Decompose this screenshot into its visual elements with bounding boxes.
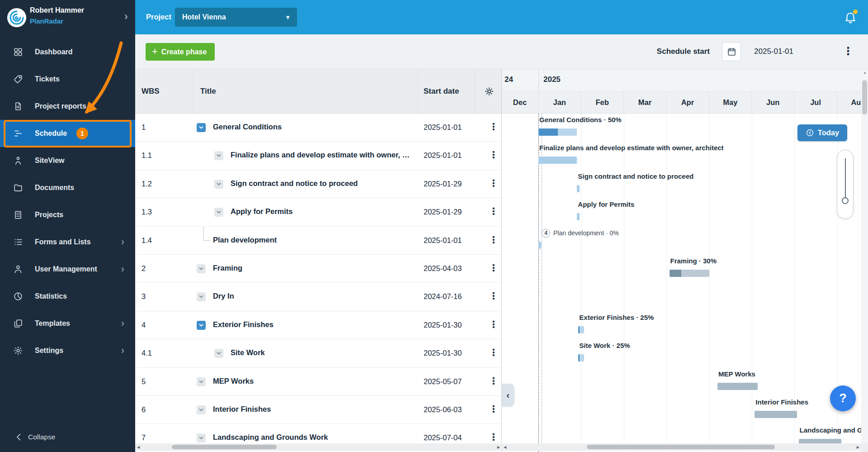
row-menu-icon[interactable]: ⋮ <box>489 347 498 358</box>
scroll-left-icon[interactable]: ◀ <box>504 445 506 449</box>
sidebar-item-forms-and-lists[interactable]: Forms and Lists› <box>0 228 135 256</box>
scroll-right-icon[interactable]: ▶ <box>497 445 500 449</box>
notification-bell-icon[interactable] <box>844 10 857 24</box>
expand-toggle-icon[interactable] <box>197 405 206 414</box>
gantt-bar[interactable] <box>577 185 580 192</box>
toolbar-menu-icon[interactable]: ⋮ <box>843 45 854 57</box>
gantt-bar[interactable] <box>755 411 797 418</box>
column-header-title[interactable]: Title <box>200 87 216 96</box>
table-row[interactable]: 1.1Finalize plans and develop estimate w… <box>135 142 501 170</box>
table-row[interactable]: 4.1Site Work2025-01-30⋮ <box>135 339 501 367</box>
expand-toggle-icon[interactable] <box>197 292 206 301</box>
row-menu-icon[interactable]: ⋮ <box>489 262 498 273</box>
sidebar-item-label: Templates <box>35 319 70 328</box>
today-button[interactable]: Today <box>797 124 847 141</box>
table-scrollbar-thumb[interactable] <box>172 445 277 449</box>
sidebar-item-settings[interactable]: Settings› <box>0 337 135 364</box>
row-menu-icon[interactable]: ⋮ <box>489 149 498 160</box>
table-body: 1General Conditions2025-01-01⋮1.1Finaliz… <box>135 114 501 452</box>
row-menu-icon[interactable]: ⋮ <box>489 206 498 217</box>
sidebar-item-project-reports[interactable]: Project reports <box>0 93 135 120</box>
row-menu-icon[interactable]: ⋮ <box>489 404 498 414</box>
table-horizontal-scrollbar[interactable]: ◀ ▶ <box>135 443 502 451</box>
gantt-bar[interactable] <box>578 326 584 333</box>
gantt-bar-progress <box>538 128 558 136</box>
collapse-gantt-panel-button[interactable]: ‹ <box>502 384 514 406</box>
gantt-bar[interactable] <box>717 383 758 390</box>
expand-toggle-icon[interactable] <box>214 349 223 358</box>
sidebar-item-schedule[interactable]: Schedule1 <box>0 120 135 147</box>
help-button[interactable]: ? <box>830 385 856 411</box>
wbs-cell: 5 <box>142 377 146 386</box>
zoom-slider-handle[interactable] <box>842 197 849 204</box>
row-menu-icon[interactable]: ⋮ <box>489 290 498 301</box>
sidebar-item-templates[interactable]: Templates› <box>0 310 135 337</box>
sidebar-item-label: Forms and Lists <box>35 238 91 246</box>
row-menu-icon[interactable]: ⋮ <box>489 121 498 132</box>
expand-toggle-icon[interactable] <box>214 151 223 160</box>
scroll-right-icon[interactable]: ▶ <box>857 445 859 449</box>
gantt-bar-label: Interior Finishes <box>755 398 808 406</box>
table-row[interactable]: 6Interior Finishes2025-06-03⋮ <box>135 396 501 424</box>
sidebar-item-tickets[interactable]: Tickets <box>0 66 135 93</box>
sidebar-collapse-button[interactable]: Collapse <box>0 427 135 447</box>
expand-toggle-icon[interactable] <box>197 377 206 386</box>
schedule-start-line-secondary <box>542 114 542 452</box>
table-row[interactable]: 1.3Apply for Permits2025-01-29⋮ <box>135 198 501 226</box>
vertical-scrollbar[interactable]: ▲ <box>861 69 868 452</box>
table-row[interactable]: 1General Conditions2025-01-01⋮ <box>135 114 501 142</box>
table-row[interactable]: 4Exterior Finishes2025-01-30⋮ <box>135 311 501 339</box>
row-menu-icon[interactable]: ⋮ <box>489 432 498 442</box>
collapse-toggle-icon[interactable] <box>197 123 206 132</box>
table-row[interactable]: 1.2Sign contract and notice to proceed20… <box>135 170 501 198</box>
gantt-bar[interactable] <box>670 270 709 277</box>
project-selector[interactable]: Hotel Vienna ▼ <box>175 8 297 27</box>
table-row[interactable]: 3Dry In2024-07-16⋮ <box>135 283 501 311</box>
sidebar-item-statistics[interactable]: Statistics <box>0 283 135 310</box>
scroll-up-icon[interactable]: ▲ <box>863 71 867 75</box>
sidebar-item-user-management[interactable]: User Management› <box>0 256 135 283</box>
sidebar-item-siteview[interactable]: SiteView <box>0 147 135 174</box>
row-menu-icon[interactable]: ⋮ <box>489 319 498 330</box>
table-row[interactable]: 1.4Plan development2025-01-01⋮ <box>135 227 501 255</box>
gantt-bar[interactable] <box>577 213 580 220</box>
expand-toggle-icon[interactable] <box>197 433 206 442</box>
project-selector-value: Hotel Vienna <box>182 13 226 21</box>
vertical-scrollbar-thumb[interactable] <box>862 80 867 114</box>
gantt-bar[interactable] <box>578 354 584 362</box>
column-header-wbs[interactable]: WBS <box>142 87 160 96</box>
zoom-slider-track <box>845 158 846 200</box>
gantt-bar-label: 4Plan development · 0% <box>542 229 619 238</box>
gantt-zoom-slider[interactable] <box>837 150 854 219</box>
create-phase-button[interactable]: + Create phase <box>146 43 215 61</box>
sidebar-item-label: Schedule <box>35 129 67 138</box>
year-label-2025: 2025 <box>543 75 561 84</box>
row-menu-icon[interactable]: ⋮ <box>489 376 498 386</box>
gantt-bar[interactable] <box>538 157 577 164</box>
user-name: Robert Hammer <box>30 6 84 14</box>
sidebar-item-documents[interactable]: Documents <box>0 174 135 201</box>
schedule-start-date[interactable]: 2025-01-01 <box>754 47 793 56</box>
expand-toggle-icon[interactable] <box>214 180 223 189</box>
expand-toggle-icon[interactable] <box>197 264 206 273</box>
expand-toggle-icon[interactable] <box>214 208 223 217</box>
table-row[interactable]: 5MEP Works2025-05-07⋮ <box>135 368 501 396</box>
sidebar-item-dashboard[interactable]: Dashboard <box>0 38 135 66</box>
table-settings-gear-icon[interactable] <box>484 86 494 96</box>
sidebar-nav: DashboardTicketsProject reportsSchedule1… <box>0 38 135 364</box>
row-menu-icon[interactable]: ⋮ <box>489 234 498 245</box>
gantt-bar[interactable] <box>538 242 541 249</box>
sidebar-item-projects[interactable]: Projects <box>0 201 135 228</box>
gantt-horizontal-scrollbar[interactable]: ◀ ▶ <box>502 443 861 451</box>
column-header-start-date[interactable]: Start date <box>424 87 459 96</box>
table-row[interactable]: 2Framing2025-04-03⋮ <box>135 255 501 283</box>
row-menu-icon[interactable]: ⋮ <box>489 178 498 189</box>
start-date-cell: 2025-01-30 <box>424 321 462 329</box>
gantt-scrollbar-thumb[interactable] <box>587 445 775 449</box>
chevron-right-icon[interactable]: › <box>124 10 128 23</box>
scroll-left-icon[interactable]: ◀ <box>137 445 140 449</box>
gantt-bar[interactable] <box>538 128 577 136</box>
collapse-toggle-icon[interactable] <box>197 321 206 330</box>
calendar-icon[interactable] <box>722 42 741 61</box>
gantt-month-header: DecJanFebMarAprMayJunJulAug <box>502 91 861 114</box>
